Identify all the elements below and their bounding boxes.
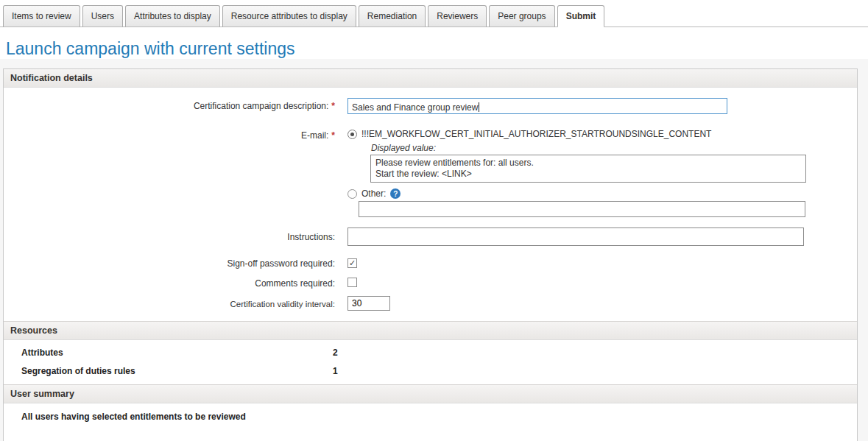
row-validity-interval: Certification validity interval: xyxy=(4,296,857,311)
section-header-notification-details: Notification details xyxy=(4,69,857,88)
resources-row-label: Attributes xyxy=(21,347,333,358)
tab-items-to-review[interactable]: Items to review xyxy=(3,5,80,27)
resources-row-sod-rules: Segregation of duties rules 1 xyxy=(21,366,857,376)
help-icon[interactable]: ? xyxy=(390,188,401,199)
email-template-option-label: !!!EM_WORKFLOW_CERT_INITIAL_AUTHORIZER_S… xyxy=(361,129,711,139)
resources-row-value: 2 xyxy=(333,347,338,358)
instructions-label: Instructions: xyxy=(4,227,335,242)
displayed-value-textarea[interactable]: Please review entitlements for: all user… xyxy=(370,155,806,183)
campaign-settings-panel: Notification details Certification campa… xyxy=(3,68,858,441)
displayed-value-label: Displayed value: xyxy=(371,143,857,153)
text-caret xyxy=(479,102,479,112)
signoff-password-checkbox[interactable] xyxy=(347,258,357,268)
user-summary-list: All users having selected entitlements t… xyxy=(4,403,857,441)
tab-submit[interactable]: Submit xyxy=(557,5,605,27)
email-other-label: Other: xyxy=(361,188,386,199)
email-other-radio[interactable] xyxy=(347,189,357,199)
tab-users[interactable]: Users xyxy=(82,5,123,27)
validity-interval-input[interactable] xyxy=(347,296,390,311)
page-header: Items to review Users Attributes to disp… xyxy=(0,0,868,59)
row-signoff-password: Sign-off password required: xyxy=(4,255,857,269)
resources-row-label: Segregation of duties rules xyxy=(21,366,333,376)
resources-row-value: 1 xyxy=(333,366,338,376)
comments-required-label: Comments required: xyxy=(4,275,335,289)
row-comments-required: Comments required: xyxy=(4,275,857,290)
page-title: Launch campaign with current settings xyxy=(6,39,868,59)
resources-list: Attributes 2 Segregation of duties rules… xyxy=(4,340,857,384)
resources-row-attributes: Attributes 2 xyxy=(21,347,857,358)
email-label: E-mail:* xyxy=(4,127,335,141)
signoff-password-label: Sign-off password required: xyxy=(4,255,335,269)
instructions-input[interactable] xyxy=(347,227,804,246)
email-other-input[interactable] xyxy=(359,201,805,217)
row-campaign-description: Certification campaign description:* Sal… xyxy=(4,98,857,114)
validity-interval-label: Certification validity interval: xyxy=(4,296,335,308)
user-summary-scope: All users having selected entitlements t… xyxy=(21,412,857,422)
comments-required-checkbox[interactable] xyxy=(347,278,357,287)
campaign-description-value: Sales and Finance group review xyxy=(352,102,478,113)
section-header-resources: Resources xyxy=(4,321,857,340)
campaign-description-label: Certification campaign description:* xyxy=(4,98,335,111)
required-marker: * xyxy=(331,101,335,111)
required-marker: * xyxy=(331,130,335,141)
tab-peer-groups[interactable]: Peer groups xyxy=(489,5,554,27)
tab-reviewers[interactable]: Reviewers xyxy=(428,5,487,27)
row-email: E-mail:* !!!EM_WORKFLOW_CERT_INITIAL_AUT… xyxy=(4,127,857,217)
notification-form: Certification campaign description:* Sal… xyxy=(4,88,857,321)
row-instructions: Instructions: xyxy=(4,227,857,246)
tab-attributes-to-display[interactable]: Attributes to display xyxy=(125,5,220,27)
email-template-radio[interactable] xyxy=(347,130,357,139)
email-template-option-row: !!!EM_WORKFLOW_CERT_INITIAL_AUTHORIZER_S… xyxy=(347,127,857,139)
email-other-option-row: Other: ? xyxy=(347,186,857,199)
tab-remediation[interactable]: Remediation xyxy=(359,5,426,27)
campaign-description-input[interactable]: Sales and Finance group review xyxy=(347,98,727,114)
section-header-user-summary: User summary xyxy=(4,384,857,403)
tab-bar: Items to review Users Attributes to disp… xyxy=(0,0,868,27)
tab-resource-attributes-to-display[interactable]: Resource attributes to display xyxy=(222,5,356,27)
